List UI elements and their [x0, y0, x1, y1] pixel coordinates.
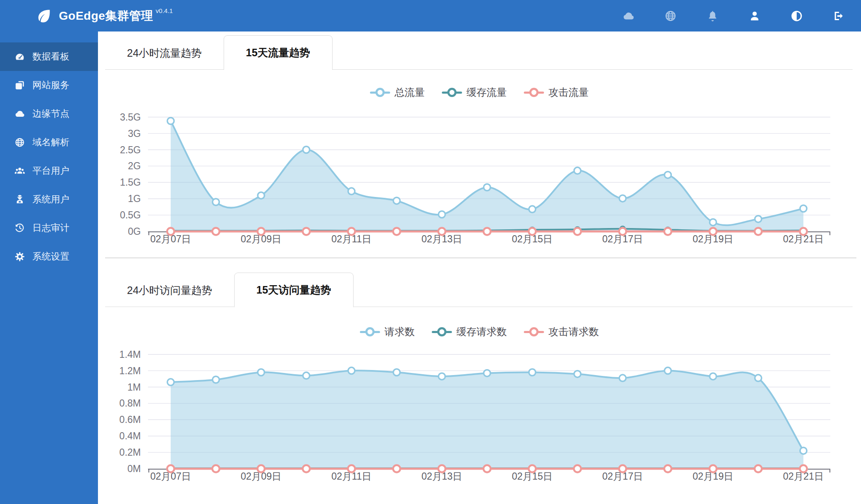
legend-item-攻击请求数[interactable]: 攻击请求数	[524, 325, 599, 339]
legend-item-总流量[interactable]: 总流量	[370, 86, 425, 99]
chart-legend-2: 请求数缓存请求数攻击请求数	[101, 326, 858, 338]
header-icon-bar	[622, 0, 851, 32]
app-title: GoEdge集群管理	[59, 8, 153, 24]
sidebar-item-system-users[interactable]: 系统用户	[0, 185, 98, 214]
sidebar-item-label: 域名解析	[32, 136, 69, 149]
sidebar-item-settings[interactable]: 系统设置	[0, 242, 98, 271]
sidebar-item-label: 平台用户	[32, 165, 69, 177]
main-content: 24小时流量趋势15天流量趋势总流量缓存流量攻击流量0G0.5G1G1.5G2G…	[98, 32, 861, 504]
legend-marker-icon	[524, 87, 544, 97]
legend-marker-icon	[370, 87, 390, 97]
section-divider	[105, 257, 856, 258]
secret-icon	[14, 194, 25, 205]
app-header: GoEdge集群管理 v0.4.1	[0, 0, 861, 32]
brand[interactable]: GoEdge集群管理 v0.4.1	[35, 8, 173, 24]
svg-text:0.8M: 0.8M	[119, 398, 141, 409]
svg-text:0G: 0G	[128, 226, 141, 237]
legend-marker-icon	[432, 327, 452, 337]
sites-icon	[14, 80, 25, 91]
tab-visits-24h[interactable]: 24小时访问量趋势	[105, 273, 234, 307]
logo-leaf-icon	[35, 8, 52, 24]
sidebar-item-label: 边缘节点	[32, 108, 69, 120]
svg-text:0.6M: 0.6M	[119, 414, 141, 425]
app-version: v0.4.1	[156, 7, 173, 14]
goedge-admin-app: GoEdge集群管理 v0.4.1 数据看板网站服务边缘节点域名解析平台用户系统…	[0, 0, 861, 504]
users-icon	[14, 165, 25, 176]
sidebar: 数据看板网站服务边缘节点域名解析平台用户系统用户日志审计系统设置	[0, 32, 98, 504]
sidebar-item-label: 系统用户	[32, 193, 69, 206]
tabbar-section-1: 24小时流量趋势15天流量趋势	[105, 36, 854, 70]
legend-item-缓存请求数[interactable]: 缓存请求数	[432, 325, 507, 339]
globe-icon	[14, 137, 25, 148]
legend-label: 攻击流量	[549, 86, 589, 99]
sidebar-item-sites[interactable]: 网站服务	[0, 71, 98, 100]
legend-label: 请求数	[385, 325, 415, 339]
bell-icon[interactable]	[706, 10, 719, 22]
sidebar-item-label: 数据看板	[32, 50, 69, 63]
tab-traffic-24h[interactable]: 24小时流量趋势	[105, 36, 224, 70]
dashboard-icon	[14, 51, 25, 62]
cloud-icon[interactable]	[622, 10, 635, 22]
tab-traffic-15d[interactable]: 15天流量趋势	[224, 35, 333, 70]
history-icon	[14, 223, 25, 234]
gear-icon	[14, 251, 25, 262]
legend-label: 缓存请求数	[457, 325, 507, 339]
legend-item-攻击流量[interactable]: 攻击流量	[524, 86, 589, 99]
svg-text:0M: 0M	[127, 463, 141, 474]
svg-text:0.4M: 0.4M	[119, 430, 141, 441]
svg-text:1G: 1G	[128, 193, 141, 204]
sidebar-item-label: 日志审计	[32, 222, 69, 234]
svg-text:1M: 1M	[127, 382, 141, 393]
svg-text:3G: 3G	[128, 128, 141, 139]
svg-text:2.5G: 2.5G	[120, 144, 141, 155]
cloud-icon	[14, 108, 25, 119]
chart-legend-1: 总流量缓存流量攻击流量	[101, 86, 858, 99]
legend-label: 缓存流量	[467, 86, 507, 99]
legend-item-缓存流量[interactable]: 缓存流量	[442, 86, 507, 99]
svg-text:1.5G: 1.5G	[120, 177, 141, 188]
sidebar-item-dashboard[interactable]: 数据看板	[0, 42, 98, 71]
legend-label: 总流量	[395, 86, 425, 99]
legend-marker-icon	[360, 327, 380, 337]
legend-marker-icon	[524, 327, 544, 337]
globe-icon[interactable]	[664, 10, 677, 22]
chart-2-canvas[interactable]: 0M0.2M0.4M0.6M0.8M1M1.2M1.4M02月07日02月09日…	[101, 344, 858, 491]
sidebar-item-audit-log[interactable]: 日志审计	[0, 214, 98, 242]
user-icon[interactable]	[748, 10, 761, 22]
theme-adjust-icon[interactable]	[790, 10, 803, 22]
legend-marker-icon	[442, 87, 462, 97]
sidebar-item-platform-users[interactable]: 平台用户	[0, 157, 98, 185]
legend-item-请求数[interactable]: 请求数	[360, 325, 415, 339]
sidebar-item-edge-nodes[interactable]: 边缘节点	[0, 100, 98, 128]
sidebar-item-label: 网站服务	[32, 79, 69, 92]
chart-1-canvas[interactable]: 0G0.5G1G1.5G2G2.5G3G3.5G02月07日02月09日02月1…	[101, 107, 858, 254]
svg-text:2G: 2G	[128, 160, 141, 171]
sidebar-item-dns[interactable]: 域名解析	[0, 128, 98, 157]
legend-label: 攻击请求数	[549, 325, 599, 339]
tabbar-section-2: 24小时访问量趋势15天访问量趋势	[105, 273, 854, 307]
tab-visits-15d[interactable]: 15天访问量趋势	[234, 273, 354, 307]
svg-text:0.5G: 0.5G	[120, 210, 141, 220]
sidebar-item-label: 系统设置	[32, 250, 69, 263]
svg-text:3.5G: 3.5G	[120, 112, 141, 123]
logout-icon[interactable]	[832, 10, 845, 22]
svg-text:0.2M: 0.2M	[119, 447, 141, 458]
svg-text:1.4M: 1.4M	[119, 349, 141, 360]
svg-text:1.2M: 1.2M	[119, 365, 141, 376]
